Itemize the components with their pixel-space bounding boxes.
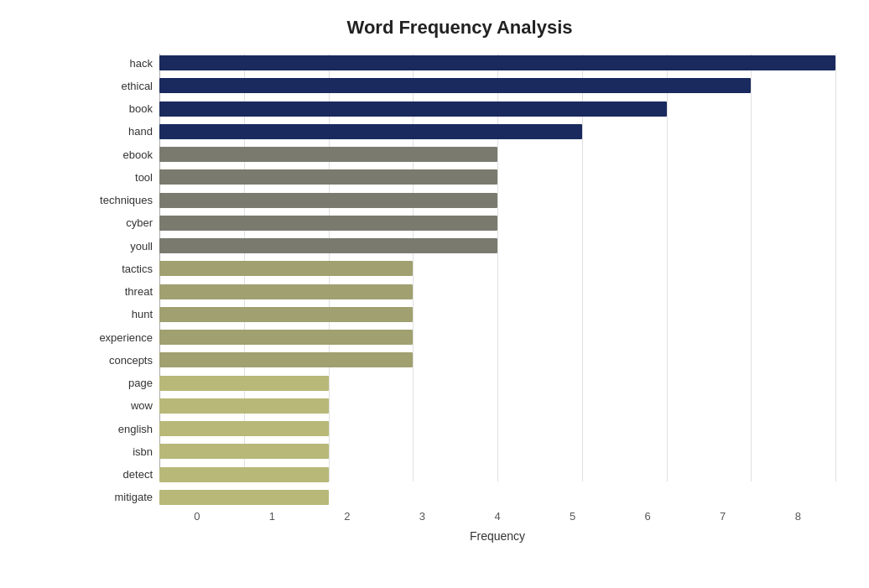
x-tick: 2: [310, 510, 385, 523]
bar-label: page: [84, 377, 159, 389]
bar-label: isbn: [84, 445, 159, 458]
bar: [159, 261, 413, 276]
bar-label: hand: [84, 125, 159, 138]
bar: [159, 421, 329, 436]
bar-label: wow: [84, 399, 159, 412]
x-tick: 8: [761, 510, 836, 523]
bar: [159, 193, 497, 208]
bar-row: youll: [159, 237, 835, 255]
grid-line: [835, 54, 836, 481]
bar: [159, 147, 497, 162]
chart-area: hackethicalbookhandebooktooltechniquescy…: [84, 54, 835, 549]
bar: [159, 101, 667, 117]
bar: [159, 169, 497, 185]
bar: [159, 238, 497, 253]
bar-label: threat: [84, 285, 159, 298]
bar-label: ethical: [84, 80, 159, 92]
bar-row: book: [159, 100, 835, 118]
bar-label: ebook: [84, 148, 159, 161]
x-tick: 3: [385, 510, 461, 523]
bar-row: threat: [159, 283, 835, 301]
x-tick: 7: [685, 510, 761, 523]
bar-row: wow: [159, 397, 835, 415]
bar-row: mitigate: [159, 488, 835, 507]
chart-title: Word Frequency Analysis: [84, 17, 835, 39]
bar-row: hand: [159, 122, 835, 141]
bar-row: hunt: [159, 305, 835, 324]
bar-row: isbn: [159, 442, 835, 461]
bar-row: page: [159, 374, 835, 393]
x-label: Frequency: [159, 529, 835, 543]
bar: [159, 352, 413, 367]
bar-row: cyber: [159, 214, 835, 232]
bar-row: english: [159, 419, 835, 438]
bar-label: detect: [84, 468, 159, 481]
bar-label: book: [84, 102, 159, 115]
bar-label: tool: [84, 171, 159, 184]
bar-label: tactics: [84, 263, 159, 275]
x-axis: 012345678: [159, 507, 835, 523]
bar-row: tool: [159, 168, 835, 186]
bar-label: hunt: [84, 308, 159, 320]
bar-row: tactics: [159, 259, 835, 278]
bar: [159, 330, 413, 345]
bar: [159, 398, 329, 414]
bar: [159, 444, 329, 459]
bar: [159, 78, 751, 93]
bar-row: concepts: [159, 351, 835, 369]
bar: [159, 55, 835, 70]
bar-label: concepts: [84, 354, 159, 367]
chart-container: Word Frequency Analysis hackethicalbookh…: [0, 0, 869, 588]
x-tick: 1: [235, 510, 310, 523]
bar-label: hack: [84, 57, 159, 70]
x-tick: 0: [159, 510, 235, 523]
bar-label: mitigate: [84, 491, 159, 503]
bar-label: english: [84, 423, 159, 435]
x-tick: 6: [610, 510, 685, 523]
bar: [159, 467, 329, 482]
bar-row: ebook: [159, 145, 835, 164]
bar-label: youll: [84, 240, 159, 252]
x-tick: 4: [460, 510, 535, 523]
bar-row: hack: [159, 54, 835, 72]
bar-label: cyber: [84, 216, 159, 229]
bar-row: techniques: [159, 191, 835, 210]
bar: [159, 307, 413, 322]
bar-row: ethical: [159, 76, 835, 95]
bar: [159, 216, 497, 231]
bar: [159, 376, 329, 391]
bar-row: experience: [159, 328, 835, 346]
x-tick: 5: [535, 510, 611, 523]
bars-and-grid: hackethicalbookhandebooktooltechniquescy…: [159, 54, 835, 507]
bar-row: detect: [159, 466, 835, 484]
bar: [159, 284, 413, 299]
bar-label: techniques: [84, 194, 159, 206]
bar: [159, 124, 582, 139]
bar-label: experience: [84, 331, 159, 344]
bar: [159, 490, 329, 505]
